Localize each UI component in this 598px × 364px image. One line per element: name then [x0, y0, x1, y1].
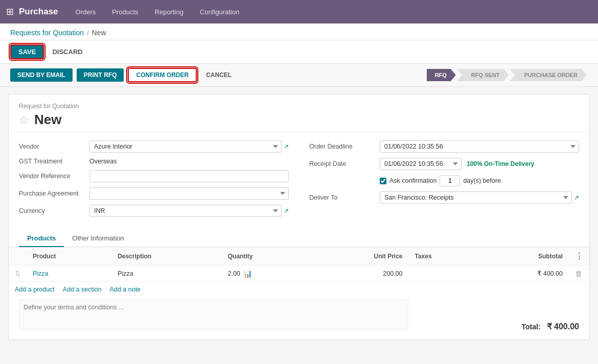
deliver-to-select[interactable]: San Francisco: Receipts [380, 191, 572, 204]
th-actions: ⋮ [569, 247, 589, 265]
step-rfq[interactable]: RFQ [427, 69, 456, 81]
bottom-area: Total: ₹ 400.00 [9, 299, 589, 339]
vendor-field-row: Vendor Azure Interior ↗ [19, 140, 289, 153]
vendor-label: Vendor [19, 143, 85, 150]
add-product-link[interactable]: Add a product [15, 286, 55, 293]
row-drag-handle-icon[interactable]: ⇅ [15, 270, 20, 277]
currency-label: Currency [19, 207, 85, 214]
vendor-value: Azure Interior ↗ [89, 140, 289, 153]
action-bar: SAVE DISCARD [0, 40, 598, 64]
step-purchase-order[interactable]: PURCHASE ORDER [510, 69, 587, 81]
table-row: ⇅ Pizza Pizza 2.00 📊 200.00 ₹ 400.00 🗑 [9, 265, 589, 282]
nav-products[interactable]: Products [105, 6, 145, 18]
send-by-email-button[interactable]: SEND BY EMAIL [10, 68, 73, 82]
favorite-star-icon[interactable]: ☆ [19, 113, 29, 127]
vendor-ref-value [89, 170, 289, 182]
th-unit-price: Unit Price [311, 247, 409, 265]
breadcrumb-current: New [92, 29, 106, 37]
discard-button[interactable]: DISCARD [48, 45, 86, 58]
save-button[interactable]: SAVE [10, 44, 44, 59]
nav-menu: Orders Products Reporting Configuration [68, 6, 247, 18]
add-section-link[interactable]: Add a section [63, 286, 102, 293]
th-description: Description [111, 247, 222, 265]
top-navigation: ⊞ Purchase Orders Products Reporting Con… [0, 0, 598, 23]
terms-textarea[interactable] [19, 299, 408, 330]
delete-row-icon[interactable]: 🗑 [575, 269, 583, 278]
th-handle [9, 247, 27, 265]
brand-name[interactable]: Purchase [19, 7, 58, 17]
tab-other-information[interactable]: Other Information [64, 230, 132, 247]
status-steps: RFQ RFQ SENT PURCHASE ORDER [427, 69, 588, 81]
add-note-link[interactable]: Add a note [110, 286, 141, 293]
vendor-ref-label: Vendor Reference [19, 173, 85, 180]
tab-products[interactable]: Products [19, 230, 64, 247]
unit-price-cell[interactable]: 200.00 [311, 265, 409, 282]
th-taxes: Taxes [408, 247, 478, 265]
quantity-cell: 2.00 📊 [222, 265, 311, 282]
gst-text: Overseas [89, 158, 117, 165]
receipt-date-label: Receipt Date [309, 160, 376, 167]
nav-reporting[interactable]: Reporting [148, 6, 191, 18]
currency-select[interactable]: INR [89, 205, 282, 217]
purchase-agreement-select[interactable] [89, 187, 289, 200]
total-label: Total: [522, 323, 541, 331]
form-header-label: Request for Quotation [19, 103, 579, 110]
th-product: Product [27, 247, 111, 265]
ask-confirmation-label: Ask confirmation [389, 177, 436, 184]
breadcrumb: Requests for Quotation / New [0, 23, 598, 40]
step-rfq-sent[interactable]: RFQ SENT [457, 69, 509, 81]
order-deadline-select[interactable]: 01/06/2022 10:35:56 [380, 140, 579, 153]
currency-external-link-icon[interactable]: ↗ [284, 207, 289, 214]
toolbar: SEND BY EMAIL PRINT RFQ CONFIRM ORDER CA… [0, 64, 598, 87]
gst-field-row: GST Treatment Overseas [19, 158, 289, 165]
description-cell[interactable]: Pizza [111, 265, 222, 282]
product-cell: Pizza [27, 265, 111, 282]
column-menu-icon[interactable]: ⋮ [575, 252, 583, 260]
subtotal-cell: ₹ 400.00 [478, 265, 569, 282]
product-name-link[interactable]: Pizza [33, 270, 49, 277]
taxes-cell[interactable] [408, 265, 478, 282]
vendor-select[interactable]: Azure Interior [89, 140, 282, 153]
order-deadline-label: Order Deadline [309, 143, 376, 150]
form-header: Request for Quotation ☆ New [9, 94, 589, 132]
order-deadline-value: 01/06/2022 10:35:56 [380, 140, 579, 153]
total-value: ₹ 400.00 [547, 322, 579, 331]
days-input[interactable] [440, 175, 460, 186]
tabs-bar: Products Other Information [9, 230, 589, 247]
receipt-date-value: 01/06/2022 10:35:56 100% On-Time Deliver… [380, 158, 579, 170]
vendor-ref-field-row: Vendor Reference [19, 170, 289, 182]
quantity-chart-icon[interactable]: 📊 [243, 270, 252, 278]
days-before-label: day(s) before [463, 177, 501, 184]
receipt-date-select[interactable]: 01/06/2022 10:35:56 [380, 158, 462, 170]
vendor-ref-input[interactable] [89, 170, 289, 182]
confirm-order-button[interactable]: CONFIRM ORDER [128, 68, 197, 82]
gst-value: Overseas [89, 158, 289, 165]
right-fields: Order Deadline 01/06/2022 10:35:56 Recei… [309, 140, 579, 217]
vendor-external-link-icon[interactable]: ↗ [284, 143, 289, 150]
deliver-to-value: San Francisco: Receipts ↗ [380, 191, 579, 204]
add-links-row: Add a product Add a section Add a note [9, 282, 589, 299]
print-rfq-button[interactable]: PRINT RFQ [77, 68, 124, 82]
total-area: Total: ₹ 400.00 [477, 299, 579, 331]
deliver-to-external-link-icon[interactable]: ↗ [574, 194, 579, 201]
main-form: Request for Quotation ☆ New Vendor Azure… [8, 94, 590, 340]
quantity-text[interactable]: 2.00 [228, 270, 240, 277]
receipt-date-field-row: Receipt Date 01/06/2022 10:35:56 100% On… [309, 158, 579, 170]
deliver-to-field-row: Deliver To San Francisco: Receipts ↗ [309, 191, 579, 204]
nav-orders[interactable]: Orders [68, 6, 103, 18]
form-title-row: ☆ New [19, 112, 579, 128]
left-fields: Vendor Azure Interior ↗ GST Treatment Ov… [19, 140, 289, 217]
purchase-agreement-value [89, 187, 289, 200]
breadcrumb-link[interactable]: Requests for Quotation [10, 29, 84, 37]
currency-field-row: Currency INR ↗ [19, 205, 289, 217]
terms-area [19, 299, 477, 331]
currency-value: INR ↗ [89, 205, 289, 217]
ask-confirmation-checkbox[interactable] [380, 178, 386, 184]
nav-configuration[interactable]: Configuration [193, 6, 246, 18]
th-quantity: Quantity [222, 247, 311, 265]
grid-icon[interactable]: ⊞ [6, 6, 14, 17]
table-header-row: Product Description Quantity Unit Price … [9, 247, 589, 265]
ask-confirmation-row: Ask confirmation day(s) before [309, 175, 579, 186]
products-table: Product Description Quantity Unit Price … [9, 247, 589, 282]
cancel-button[interactable]: CANCEL [201, 68, 237, 82]
